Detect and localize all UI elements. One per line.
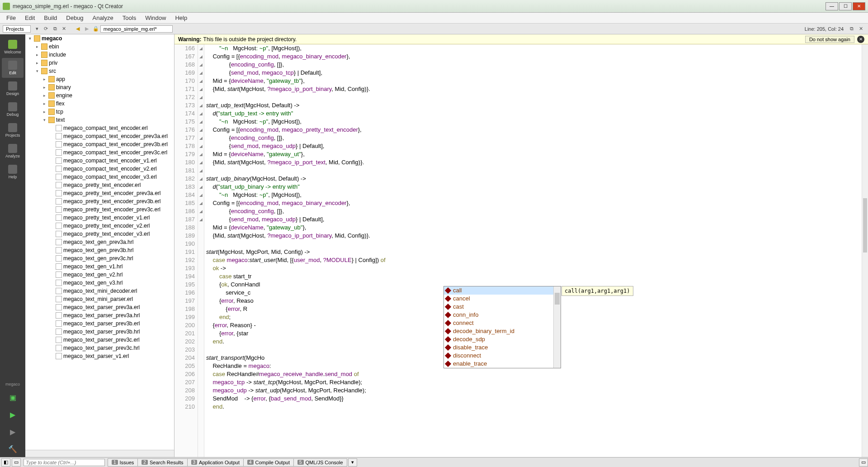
close-pane-icon[interactable]: ✕ (60, 25, 68, 33)
menu-file[interactable]: File (2, 14, 20, 21)
maximize-button[interactable]: ☐ (839, 2, 852, 10)
tree-file[interactable]: megaco_pretty_text_encoder_v2.erl (25, 222, 174, 230)
editor-close-icon[interactable]: ✕ (857, 25, 865, 33)
code-area[interactable]: "~n MgcHost: ~p", [MgcHost]), Config = [… (204, 44, 862, 457)
tree-file[interactable]: megaco_compact_text_encoder_v3.erl (25, 173, 174, 181)
tree-file[interactable]: megaco_text_parser_prev3a.erl (25, 303, 174, 311)
tree-folder[interactable]: ▸tcp (25, 108, 174, 116)
tree-file[interactable]: megaco_pretty_text_encoder_v3.erl (25, 230, 174, 238)
output-tab[interactable]: 4Compile Output (243, 458, 294, 467)
autocomplete-item[interactable]: call (444, 286, 561, 295)
mode-edit[interactable]: Edit (2, 58, 24, 78)
kit-selector-icon[interactable]: ▣ (5, 389, 21, 405)
tree-file[interactable]: megaco_text_gen_prev3c.hrl (25, 254, 174, 262)
tree-folder[interactable]: ▸flex (25, 100, 174, 108)
autocomplete-scrollbar[interactable] (553, 286, 561, 368)
autocomplete-item[interactable]: cast (444, 303, 561, 311)
close-button[interactable]: ✕ (853, 2, 865, 10)
do-not-show-again-button[interactable]: Do not show again (805, 36, 854, 43)
tree-file[interactable]: megaco_text_gen_prev3b.hrl (25, 246, 174, 254)
tree-folder[interactable]: ▸priv (25, 59, 174, 67)
autocomplete-item[interactable]: cancel (444, 295, 561, 303)
menu-build[interactable]: Build (39, 14, 61, 21)
toggle-sidebar-button[interactable]: ◧ (1, 458, 10, 467)
line-column-indicator[interactable]: Line: 205, Col: 24 (801, 26, 847, 32)
run-button[interactable]: ▶ (5, 406, 21, 423)
lock-icon[interactable]: 🔒 (92, 25, 100, 33)
menu-tools[interactable]: Tools (118, 14, 141, 21)
mode-projects[interactable]: Projects (2, 120, 24, 140)
tree-file[interactable]: megaco_text_parser_prev3a.hrl (25, 311, 174, 319)
code-editor[interactable]: 1661671681691701711721731741751761771781… (175, 44, 868, 457)
editor-vertical-scrollbar[interactable] (862, 44, 868, 457)
autocomplete-item[interactable]: decode_sdp (444, 335, 561, 343)
tree-file[interactable]: megaco_text_gen_prev3a.hrl (25, 238, 174, 246)
autocomplete-item[interactable]: connect (444, 319, 561, 327)
tree-file[interactable]: megaco_pretty_text_encoder_prev3a.erl (25, 189, 174, 197)
toggle-output-button[interactable]: ▭ (12, 458, 21, 467)
output-tab[interactable]: 1Issues (108, 458, 138, 467)
tree-file[interactable]: megaco_compact_text_encoder_prev3b.erl (25, 140, 174, 148)
autocomplete-item[interactable]: conn_info (444, 311, 561, 319)
tree-folder[interactable]: ▸engine (25, 91, 174, 100)
tree-folder[interactable]: ▾text (25, 116, 174, 124)
warning-close-icon[interactable]: ✕ (857, 36, 864, 43)
line-number-gutter[interactable]: 1661671681691701711721731741751761771781… (175, 44, 198, 457)
progress-indicator[interactable]: ▭ (859, 458, 868, 467)
tree-file[interactable]: megaco_text_gen_v1.hrl (25, 262, 174, 271)
tree-file[interactable]: megaco_compact_text_encoder_prev3a.erl (25, 132, 174, 140)
split-icon[interactable]: ⧉ (51, 25, 59, 33)
menu-edit[interactable]: Edit (20, 14, 39, 21)
tree-file[interactable]: megaco_pretty_text_encoder_prev3b.erl (25, 197, 174, 205)
mode-debug[interactable]: Debug (2, 100, 24, 119)
mode-design[interactable]: Design (2, 79, 24, 99)
tree-folder[interactable]: ▸include (25, 51, 174, 59)
tree-file[interactable]: megaco_text_parser_prev3b.hrl (25, 328, 174, 336)
output-tab[interactable]: 3Application Output (187, 458, 244, 467)
menu-help[interactable]: Help (170, 14, 192, 21)
tree-file[interactable]: megaco_text_mini_parser.erl (25, 295, 174, 303)
tree-folder[interactable]: ▾megaco (25, 34, 174, 43)
tree-file[interactable]: megaco_text_parser_prev3b.erl (25, 319, 174, 328)
output-tab[interactable]: 5QML/JS Console (293, 458, 347, 467)
tree-file[interactable]: megaco_pretty_text_encoder.erl (25, 181, 174, 189)
tree-folder[interactable]: ▸app (25, 75, 174, 83)
menu-window[interactable]: Window (141, 14, 170, 21)
tree-folder[interactable]: ▾src (25, 67, 174, 75)
tree-file[interactable]: megaco_text_gen_v3.hrl (25, 279, 174, 287)
mode-help[interactable]: Help (2, 162, 24, 182)
tree-file[interactable]: megaco_text_parser_prev3c.erl (25, 336, 174, 344)
autocomplete-popup[interactable]: callcancelcastconn_infoconnectdecode_bin… (443, 286, 561, 368)
tree-file[interactable]: megaco_text_gen_v2.hrl (25, 271, 174, 279)
fold-gutter[interactable]: ◢◢◢◢◢◢◢◢◢◢◢◢◢◢◢◢◢◢◢◢◢◢ (198, 44, 204, 457)
minimize-button[interactable]: — (826, 2, 838, 10)
tree-folder[interactable]: ▸ebin (25, 43, 174, 51)
project-tree-list[interactable]: ▾megaco▸ebin▸include▸priv▾src▸app▸binary… (25, 34, 174, 450)
nav-fwd-icon[interactable]: ▶ (83, 25, 91, 33)
tree-file[interactable]: megaco_text_parser_prev3c.hrl (25, 344, 174, 352)
menu-debug[interactable]: Debug (61, 14, 88, 21)
tree-file[interactable]: megaco_compact_text_encoder_v2.erl (25, 165, 174, 173)
build-button[interactable]: 🔨 (5, 441, 21, 457)
tree-folder[interactable]: ▸binary (25, 83, 174, 91)
autocomplete-item[interactable]: disable_trace (444, 343, 561, 352)
debug-run-button[interactable]: ▶ (5, 424, 21, 440)
autocomplete-item[interactable]: disconnect (444, 352, 561, 360)
autocomplete-item[interactable]: decode_binary_term_id (444, 327, 561, 335)
locator-input[interactable] (24, 459, 105, 466)
mode-analyze[interactable]: Analyze (2, 141, 24, 161)
tree-horizontal-scrollbar[interactable] (25, 450, 174, 457)
tree-file[interactable]: megaco_pretty_text_encoder_prev3c.erl (25, 205, 174, 214)
nav-back-icon[interactable]: ◀ (74, 25, 82, 33)
output-tab[interactable]: 2Search Results (137, 458, 187, 467)
project-selector[interactable]: Projects (3, 25, 31, 33)
tree-file[interactable]: megaco_text_parser_v1.erl (25, 352, 174, 360)
kit-label[interactable]: megaco (4, 380, 22, 388)
tree-file[interactable]: megaco_compact_text_encoder_prev3c.erl (25, 148, 174, 157)
output-pane-menu-button[interactable]: ▾ (348, 458, 357, 467)
mode-welcome[interactable]: Welcome (2, 37, 24, 57)
filter-icon[interactable]: ▾ (33, 25, 41, 33)
tree-file[interactable]: megaco_compact_text_encoder_v1.erl (25, 157, 174, 165)
tree-file[interactable]: megaco_text_mini_decoder.erl (25, 287, 174, 295)
open-document-selector[interactable]: megaco_simple_mg.erl* (100, 25, 173, 33)
